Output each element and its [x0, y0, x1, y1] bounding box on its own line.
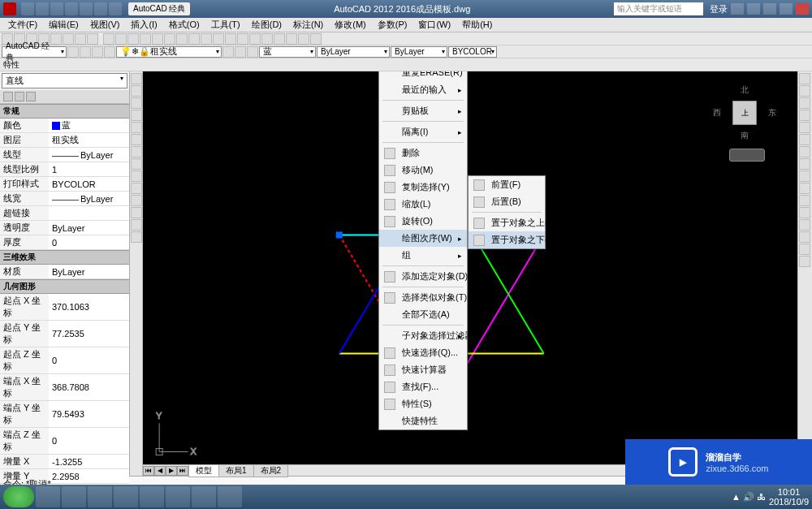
tool-icon[interactable] [310, 33, 322, 45]
filter-icon[interactable] [26, 92, 36, 101]
tool-icon[interactable] [188, 33, 200, 45]
text-icon[interactable] [131, 158, 142, 170]
tool-icon[interactable] [201, 33, 212, 45]
tool-icon[interactable] [127, 33, 139, 45]
exchange-icon[interactable] [731, 3, 744, 15]
explode-icon[interactable] [799, 256, 810, 267]
spline-icon[interactable] [131, 219, 142, 231]
tool-icon[interactable] [176, 33, 188, 45]
tool-icon[interactable] [92, 46, 103, 58]
tool-icon[interactable] [286, 33, 297, 45]
layer-combo[interactable]: 💡❄🔒 租实线 [116, 46, 222, 58]
menu-item[interactable]: 前置(F) [469, 176, 545, 193]
tool-icon[interactable] [80, 46, 91, 58]
menu-item[interactable]: 组 [379, 247, 467, 264]
menu-item[interactable]: 快速选择(Q)... [379, 344, 467, 361]
tool-icon[interactable] [140, 33, 151, 45]
close-icon[interactable] [796, 3, 809, 15]
prop-start-y[interactable]: 77.2535 [49, 321, 129, 347]
prop-transparency[interactable]: ByLayer [49, 221, 129, 235]
arc-icon[interactable] [131, 110, 142, 121]
tool-icon[interactable] [87, 33, 98, 45]
menu-item[interactable]: 全部不选(A) [379, 306, 467, 323]
menu-item[interactable]: 缩放(L) [379, 196, 467, 213]
chamfer-icon[interactable] [799, 231, 810, 243]
menu-insert[interactable]: 插入(I) [126, 18, 162, 32]
taskbar-browser-icon[interactable] [88, 486, 112, 507]
print-icon[interactable] [80, 2, 93, 15]
menu-item[interactable]: 快速计算器 [379, 361, 467, 378]
tool-icon[interactable] [274, 33, 285, 45]
pick-icon[interactable] [3, 92, 13, 101]
tool-icon[interactable] [164, 33, 175, 45]
tab-next-icon[interactable]: ▶ [166, 466, 177, 476]
prop-end-x[interactable]: 368.7808 [49, 374, 129, 400]
menu-window[interactable]: 窗口(W) [413, 18, 456, 32]
tab-layout2[interactable]: 布局2 [253, 464, 289, 477]
array-icon[interactable] [799, 122, 810, 133]
saveas-icon[interactable] [65, 2, 78, 15]
menu-item[interactable]: 删除 [379, 145, 467, 162]
taskbar-autocad-icon[interactable] [140, 486, 164, 507]
offset-icon[interactable] [799, 110, 810, 121]
color-combo[interactable]: 蓝 [259, 46, 316, 58]
tool-icon[interactable] [103, 33, 114, 45]
tool-icon[interactable] [249, 33, 261, 45]
new-icon[interactable] [21, 2, 34, 15]
start-button[interactable] [3, 486, 34, 507]
break-icon[interactable] [799, 207, 810, 218]
prop-lineweight[interactable]: ——— ByLayer [49, 192, 129, 205]
taskbar-wps-icon[interactable] [166, 486, 190, 507]
nav-bar[interactable] [729, 149, 765, 162]
tool-icon[interactable] [152, 33, 163, 45]
tool-icon[interactable] [67, 46, 79, 58]
tab-layout1[interactable]: 布局1 [218, 464, 254, 477]
tool-icon[interactable] [247, 46, 258, 58]
menu-tools[interactable]: 工具(T) [206, 18, 245, 32]
menu-param[interactable]: 参数(P) [373, 18, 412, 32]
stretch-icon[interactable] [799, 170, 810, 182]
table-icon[interactable] [131, 195, 142, 206]
menu-item[interactable]: 置于对象之上(A) [469, 214, 545, 231]
mirror-icon[interactable] [799, 97, 810, 109]
tool-icon[interactable] [115, 33, 127, 45]
prop-layer[interactable]: 租实线 [49, 133, 129, 147]
save-icon[interactable] [50, 2, 63, 15]
menu-help[interactable]: 帮助(H) [457, 18, 497, 32]
hatch-icon[interactable] [131, 146, 142, 157]
block-icon[interactable] [131, 183, 142, 194]
menu-item[interactable]: 添加选定对象(D) [379, 268, 467, 285]
taskbar-ie-icon[interactable] [36, 486, 60, 507]
tool-icon[interactable] [213, 33, 224, 45]
circle-icon[interactable] [131, 97, 142, 109]
menu-item[interactable]: 绘图次序(W) [379, 230, 467, 247]
prop-material[interactable]: ByLayer [49, 265, 129, 278]
system-tray[interactable]: ▲ 🔊 🖧 10:01 2018/10/9 [732, 487, 809, 507]
menu-edit[interactable]: 编辑(E) [44, 18, 84, 32]
linetype-combo[interactable]: ByLayer [317, 46, 390, 58]
tool-icon[interactable] [225, 33, 236, 45]
redo-icon[interactable] [109, 2, 122, 15]
toggle-icon[interactable] [15, 92, 24, 101]
object-type-dropdown[interactable]: 直线 [2, 73, 127, 88]
extend-icon[interactable] [799, 195, 810, 206]
tool-icon[interactable] [298, 33, 309, 45]
menu-item[interactable]: 重复ERASE(R) [379, 71, 467, 81]
tool-icon[interactable] [75, 33, 86, 45]
rect-icon[interactable] [131, 122, 142, 133]
ellipse-icon[interactable] [131, 134, 142, 145]
tab-prev-icon[interactable]: ◀ [154, 466, 166, 476]
join-icon[interactable] [799, 219, 810, 231]
menu-draw[interactable]: 绘图(D) [247, 18, 287, 32]
tab-model[interactable]: 模型 [188, 464, 219, 477]
tab-first-icon[interactable]: ⏮ [143, 466, 154, 476]
prop-linetype[interactable]: ——— ByLayer [49, 148, 129, 162]
maximize-icon[interactable] [780, 3, 793, 15]
plotstyle-combo[interactable]: BYCOLOR [448, 46, 497, 58]
rotate-icon[interactable] [799, 146, 810, 157]
tool-icon[interactable] [63, 33, 74, 45]
menu-view[interactable]: 视图(V) [85, 18, 125, 32]
menu-file[interactable]: 文件(F) [3, 18, 42, 32]
taskbar-paint-icon[interactable] [218, 486, 242, 507]
trim-icon[interactable] [799, 183, 810, 194]
